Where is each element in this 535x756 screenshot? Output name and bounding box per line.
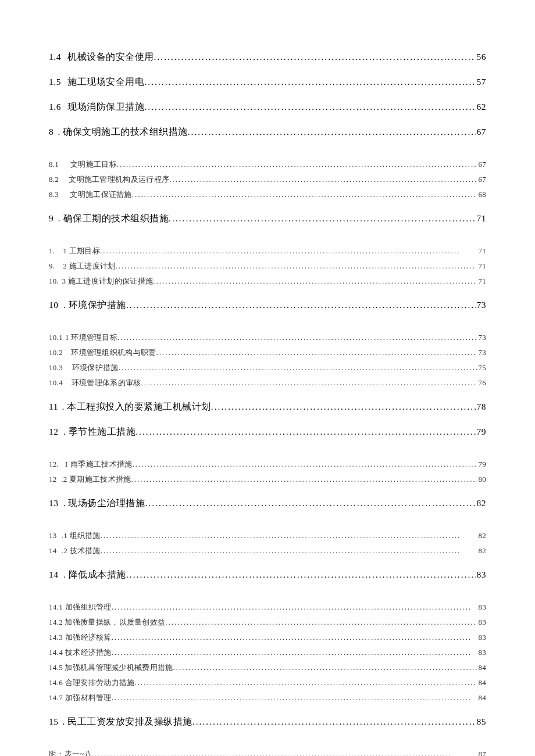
toc-entry-number: 8.2	[49, 175, 59, 184]
toc-entry-page: 82	[477, 531, 486, 540]
toc-entry-number: 14	[49, 569, 59, 580]
toc-entry-page: 79	[477, 460, 486, 469]
toc-entry: 10.3环境保护措施 .............................…	[49, 363, 486, 373]
toc-entry-title: 2 施工进度计划	[63, 261, 115, 271]
toc-leader-dots: ........................................…	[132, 190, 477, 199]
document-page: 1.4机械设备的安全使用............................…	[0, 0, 535, 756]
toc-entry-page: 71	[476, 213, 487, 224]
toc-entry-page: 67	[476, 127, 487, 137]
toc-leader-dots: ........................................…	[211, 402, 476, 412]
toc-entry-title: .1 组织措施	[62, 531, 101, 541]
toc-entry: 10.3 施工进度计划的保证措施 .......................…	[49, 276, 486, 286]
toc-entry-page: 84	[477, 663, 486, 672]
toc-entry: 12. 季节性施工措施.............................…	[49, 426, 486, 438]
toc-entry-number: 13	[49, 531, 57, 540]
toc-entry-title: . 季节性施工措施	[63, 426, 135, 438]
toc-entry: 13. 现场扬尘治理措施............................…	[49, 497, 486, 510]
toc-entry-title: 1 环境管理目标	[65, 332, 117, 343]
toc-gap	[49, 291, 486, 299]
toc-entry: 14.7加强材料管理 .............................…	[49, 693, 486, 703]
toc-entry-title: 机械设备的安全使用	[67, 51, 154, 63]
toc-entry: 14.6合理安排劳动力措施 ..........................…	[49, 678, 486, 688]
toc-entry-page: 85	[476, 716, 487, 727]
toc-entry-title: 3 施工进度计划的保证措施	[62, 276, 154, 286]
toc-entry-page: 68	[477, 190, 486, 199]
toc-entry-number: 15	[49, 716, 59, 727]
toc-leader-dots: ........................................…	[101, 531, 477, 540]
toc-leader-dots: ........................................…	[154, 52, 476, 62]
toc-entry-page: 83	[477, 648, 486, 657]
toc-entry-title: . 现场扬尘治理措施	[63, 497, 145, 510]
toc-entry-number: 10.	[49, 277, 59, 286]
toc-entry-page: 83	[477, 618, 486, 627]
toc-entry: 14.2加强质量操纵，以质量创效益 ......................…	[49, 617, 486, 628]
toc-gap	[49, 205, 486, 213]
toc-entry-title: 附：表一~八	[49, 749, 92, 756]
toc-entry-number: 14.4	[49, 648, 63, 657]
toc-entry-page: 83	[477, 603, 486, 612]
toc-entry-title: .2 技术措施	[62, 546, 101, 556]
toc-leader-dots: ........................................…	[119, 363, 477, 372]
toc-entry: 13.1 组织措施...............................…	[49, 531, 486, 541]
toc-entry-number: 12.	[49, 460, 59, 469]
toc-entry-page: 71	[477, 261, 486, 271]
toc-leader-dots: ........................................…	[132, 460, 477, 469]
toc-entry-number: 14.5	[49, 663, 63, 672]
toc-entry-title: 加强经济核算	[65, 632, 112, 643]
toc-entry-title: 文明施工管理机构及运行程序	[69, 174, 169, 185]
toc-entry: 14.2 技术措施...............................…	[49, 546, 486, 556]
toc-entry-title: 环境管理体系的审核	[72, 378, 141, 388]
toc-gap	[49, 741, 486, 749]
toc-entry-number: 10.1	[49, 333, 63, 342]
toc-entry-title: 文明施工目标	[70, 159, 117, 170]
toc-entry-page: 84	[477, 678, 486, 687]
toc-entry-number: 14	[49, 546, 57, 556]
toc-gap	[49, 708, 486, 716]
toc-entry-page: 57	[476, 77, 487, 87]
toc-leader-dots: ........................................…	[145, 498, 475, 508]
toc-entry-page: 87	[477, 750, 486, 756]
toc-entry-title: . 环境保护措施	[63, 299, 126, 311]
toc-entry-title: 施工现场安全用电	[67, 76, 144, 88]
toc-entry-number: 1.6	[49, 102, 61, 112]
toc-entry-number: 8.3	[49, 190, 59, 199]
toc-leader-dots: ........................................…	[126, 300, 476, 310]
toc-entry-number: 14.6	[49, 678, 63, 687]
toc-entry-page: 83	[477, 633, 486, 642]
toc-gap	[49, 561, 486, 569]
toc-entry-number: 9.	[49, 261, 55, 271]
table-of-contents: 1.4机械设备的安全使用............................…	[49, 51, 486, 756]
toc-leader-dots: ........................................…	[131, 475, 477, 484]
toc-leader-dots: ........................................…	[92, 750, 477, 756]
toc-leader-dots: ........................................…	[117, 333, 477, 342]
toc-entry: 14.3加强经济核算 .............................…	[49, 632, 486, 643]
toc-entry-title: 1 工期目标	[63, 246, 100, 256]
toc-entry-title: 环境管理组织机构与职责	[71, 347, 156, 358]
toc-entry: 1.1 工期目标 ...............................…	[49, 246, 486, 256]
toc-leader-dots: ........................................…	[112, 648, 477, 657]
toc-entry-number: 13	[49, 498, 59, 508]
toc-entry-page: 67	[477, 175, 486, 184]
toc-entry-title: 环境保护措施	[72, 363, 119, 373]
toc-gap	[49, 393, 486, 401]
toc-entry-title: 技术经济措施	[65, 647, 112, 658]
toc-entry-title: 文明施工保证措施	[70, 189, 131, 200]
toc-entry: 14.5加强机具管理减少机械费用措施 .....................…	[49, 662, 486, 673]
toc-entry: 1.5施工现场安全用电.............................…	[49, 76, 486, 88]
toc-entry-number: 8.1	[49, 160, 59, 169]
toc-entry-title: . 民工工资发放安排及操纵措施	[63, 716, 192, 728]
toc-entry-page: 56	[476, 52, 487, 62]
toc-entry-title: . 降低成本措施	[63, 569, 126, 581]
toc-gap	[49, 238, 486, 246]
toc-entry-title: 加强材料管理	[65, 693, 112, 703]
toc-entry: 9.2 施工进度计划 .............................…	[49, 261, 486, 271]
toc-leader-dots: ........................................…	[169, 175, 477, 184]
toc-entry-title: 加强组织管理	[65, 602, 112, 612]
toc-entry: 8.2文明施工管理机构及运行程序 .......................…	[49, 174, 486, 185]
toc-entry-page: 82	[477, 546, 486, 556]
toc-entry: 1.6现场消防保卫措施 ............................…	[49, 101, 486, 113]
toc-entry-page: 76	[477, 378, 486, 388]
toc-entry-page: 73	[477, 333, 486, 342]
toc-entry-page: 62	[476, 102, 487, 112]
toc-entry: 12.1 雨季施工技术措施...........................…	[49, 459, 486, 470]
